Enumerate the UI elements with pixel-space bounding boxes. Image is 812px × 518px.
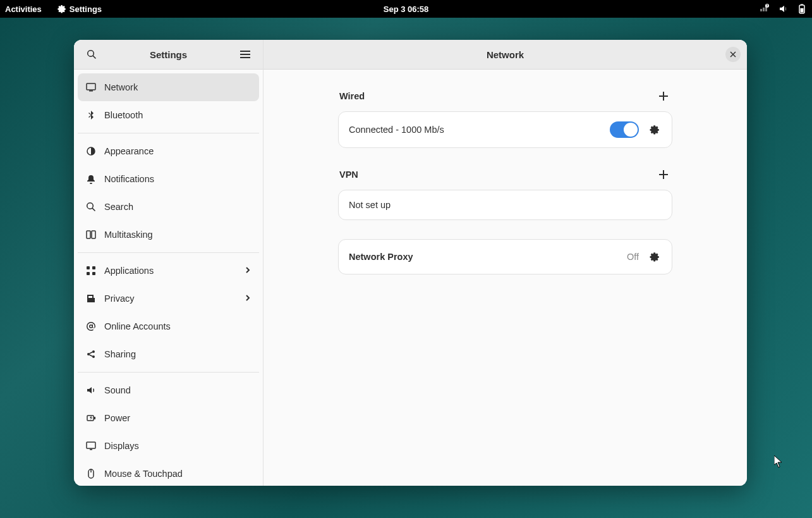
search-icon xyxy=(87,49,97,59)
svg-rect-9 xyxy=(89,90,93,92)
sidebar-item-label: Displays xyxy=(104,441,251,451)
svg-rect-4 xyxy=(801,8,804,13)
svg-text:?: ? xyxy=(766,4,768,8)
menu-button[interactable] xyxy=(235,44,255,65)
sidebar-item-displays[interactable]: Displays xyxy=(78,432,259,460)
proxy-status: Off xyxy=(627,252,639,262)
proxy-settings-button[interactable] xyxy=(646,249,662,264)
sidebar-header: Settings xyxy=(74,40,263,70)
sidebar-item-label: Power xyxy=(104,413,251,423)
proxy-row: Network Proxy Off xyxy=(339,240,672,274)
sidebar-item-search[interactable]: Search xyxy=(78,193,259,221)
multitask-icon xyxy=(85,229,97,240)
sidebar-item-label: Sharing xyxy=(104,349,251,359)
battery-icon[interactable] xyxy=(797,4,807,14)
sidebar-item-label: Appearance xyxy=(104,146,251,156)
sidebar-item-sound[interactable]: Sound xyxy=(78,376,259,404)
power-icon xyxy=(85,412,97,424)
svg-point-19 xyxy=(92,355,95,358)
sidebar-title: Settings xyxy=(102,49,235,60)
add-wired-button[interactable] xyxy=(656,89,671,104)
sidebar-item-appearance[interactable]: Appearance xyxy=(78,137,259,165)
vpn-status: Not set up xyxy=(349,200,662,210)
main-header: Network xyxy=(264,40,747,70)
page-title: Network xyxy=(487,49,524,60)
sidebar-item-bluetooth[interactable]: Bluetooth xyxy=(78,101,259,129)
sidebar-item-mouse-touchpad[interactable]: Mouse & Touchpad xyxy=(78,460,259,486)
vpn-row: Not set up xyxy=(339,190,672,219)
gear-icon xyxy=(57,4,66,13)
vpn-heading: VPN xyxy=(339,170,358,180)
chevron-right-icon xyxy=(244,266,251,276)
displays-icon xyxy=(85,440,97,452)
sidebar-item-notifications[interactable]: Notifications xyxy=(78,165,259,193)
bluetooth-icon xyxy=(85,109,97,121)
sidebar-item-label: Online Accounts xyxy=(104,321,251,331)
apps-icon xyxy=(85,265,97,276)
sidebar-item-label: Sound xyxy=(104,385,251,395)
at-icon xyxy=(85,321,97,332)
clock[interactable]: Sep 3 06:58 xyxy=(384,4,429,14)
wired-card: Connected - 1000 Mb/s xyxy=(338,111,672,148)
close-button[interactable] xyxy=(725,47,741,62)
sidebar-item-label: Bluetooth xyxy=(104,110,251,120)
top-bar: Activities Settings Sep 3 06:58 ? xyxy=(0,0,812,18)
svg-rect-7 xyxy=(240,57,250,58)
sidebar-separator xyxy=(78,133,259,133)
add-vpn-button[interactable] xyxy=(656,167,671,182)
svg-rect-5 xyxy=(240,51,250,52)
svg-rect-6 xyxy=(240,54,250,55)
plus-icon xyxy=(658,91,669,101)
sidebar-item-power[interactable]: Power xyxy=(78,404,259,432)
sidebar-item-applications[interactable]: Applications xyxy=(78,257,259,285)
wired-header: Wired xyxy=(338,89,672,104)
wired-settings-button[interactable] xyxy=(646,122,662,137)
sidebar-separator xyxy=(78,372,259,373)
sidebar-item-network[interactable]: Network xyxy=(78,73,259,101)
privacy-icon xyxy=(85,293,97,304)
close-icon xyxy=(730,51,736,58)
sidebar: Settings NetworkBluetoothAppearanceNotif… xyxy=(74,40,264,486)
sidebar-item-label: Privacy xyxy=(104,293,244,304)
sidebar-item-label: Network xyxy=(104,82,251,92)
sidebar-item-multitasking[interactable]: Multitasking xyxy=(78,221,259,249)
main-panel: Network Wired Connected - 1000 Mb/s xyxy=(264,40,747,486)
sidebar-item-label: Notifications xyxy=(104,174,251,184)
settings-window: Settings NetworkBluetoothAppearanceNotif… xyxy=(74,40,747,486)
sidebar-separator xyxy=(78,252,259,253)
proxy-card[interactable]: Network Proxy Off xyxy=(338,239,672,274)
mouse-cursor xyxy=(774,455,784,468)
mouse-icon xyxy=(85,468,97,479)
monitor-icon xyxy=(85,82,97,93)
svg-rect-15 xyxy=(87,272,90,275)
sidebar-item-online-accounts[interactable]: Online Accounts xyxy=(78,312,259,340)
volume-icon[interactable] xyxy=(778,4,788,14)
app-menu-label: Settings xyxy=(70,4,102,14)
gear-icon xyxy=(649,125,659,135)
wired-connection-row: Connected - 1000 Mb/s xyxy=(339,112,672,147)
activities-button[interactable]: Activities xyxy=(5,4,42,14)
vpn-card: Not set up xyxy=(338,190,672,220)
wired-toggle[interactable] xyxy=(610,121,639,138)
sidebar-item-label: Search xyxy=(104,202,251,212)
sidebar-item-privacy[interactable]: Privacy xyxy=(78,285,259,312)
sidebar-item-sharing[interactable]: Sharing xyxy=(78,340,259,368)
share-icon xyxy=(85,348,97,360)
bell-icon xyxy=(85,173,97,185)
svg-rect-21 xyxy=(94,417,95,419)
sidebar-item-label: Multitasking xyxy=(104,230,251,240)
gear-icon xyxy=(649,252,659,262)
svg-rect-3 xyxy=(801,4,803,6)
search-button[interactable] xyxy=(82,44,102,65)
svg-rect-14 xyxy=(92,266,95,269)
app-menu[interactable]: Settings xyxy=(57,4,102,14)
svg-rect-22 xyxy=(87,442,95,448)
svg-rect-16 xyxy=(92,272,95,275)
search-icon xyxy=(85,201,97,213)
switch-knob xyxy=(624,123,638,137)
network-status-icon[interactable]: ? xyxy=(759,4,769,14)
sound-icon xyxy=(85,385,97,396)
sidebar-list: NetworkBluetoothAppearanceNotificationsS… xyxy=(74,70,263,486)
svg-rect-8 xyxy=(87,83,95,90)
main-content: Wired Connected - 1000 Mb/s VP xyxy=(264,70,747,486)
